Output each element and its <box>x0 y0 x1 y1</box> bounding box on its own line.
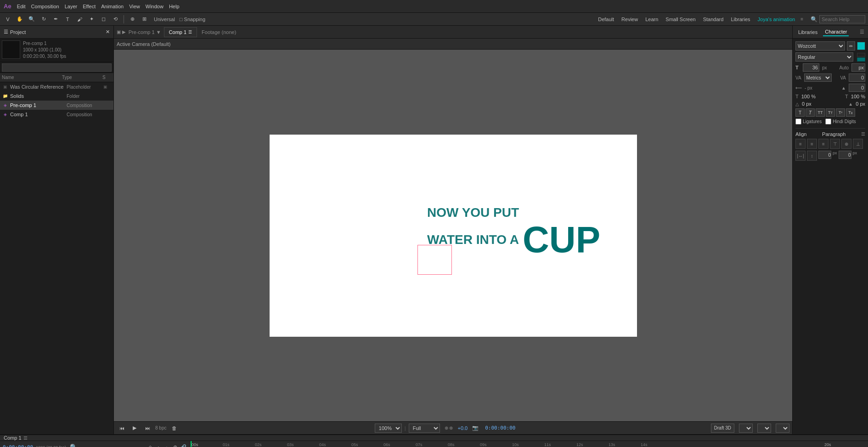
tool-text[interactable]: T <box>62 14 73 24</box>
timeline-timecode[interactable]: 0:00:00:00 <box>3 444 33 447</box>
layer-ctrl-1[interactable]: ◇ <box>146 443 154 447</box>
menu-animation[interactable]: Animation <box>101 4 124 9</box>
workspace-joya[interactable]: Joya's animation <box>756 16 797 23</box>
hindi-digits-checkbox[interactable] <box>825 119 831 124</box>
workspace-snapping[interactable]: □ Snapping <box>180 17 205 22</box>
size-icon: T <box>795 65 801 70</box>
align-top-btn[interactable]: ⊤ <box>830 139 840 149</box>
project-search-bar <box>0 62 113 73</box>
workspace-overflow[interactable]: ≡ <box>800 17 803 22</box>
panel-menu-icon[interactable]: ☰ <box>4 29 8 35</box>
offset-x-input[interactable] <box>818 151 831 159</box>
canvas-text: NOW YOU PUT WATER INTO A CUP <box>427 205 600 260</box>
workspace-universal[interactable]: Universal <box>154 17 175 22</box>
ligatures-checkbox[interactable] <box>795 119 801 124</box>
fmt-all-caps[interactable]: TT <box>816 108 825 117</box>
workspace-learn[interactable]: Learn <box>643 16 660 23</box>
tool-shape[interactable]: ◻ <box>98 14 108 24</box>
align-bottom-btn[interactable]: ⊥ <box>853 139 863 149</box>
tool-align[interactable]: ⊞ <box>139 14 149 24</box>
project-search-input[interactable] <box>2 63 112 72</box>
menu-effect[interactable]: Effect <box>83 4 96 9</box>
tracking-input[interactable] <box>849 74 865 82</box>
view-layout-select[interactable]: 1 View <box>776 424 789 433</box>
comp-tab-menu[interactable]: ☰ <box>188 30 192 34</box>
fmt-italic[interactable]: T <box>806 108 815 117</box>
tool-hand[interactable]: ✋ <box>15 14 25 24</box>
menu-view[interactable]: View <box>129 4 140 9</box>
project-item-comp1[interactable]: ◈ Comp 1 Composition <box>0 110 113 119</box>
layer-ctrl-3[interactable]: ↓ <box>163 443 171 447</box>
layer-ctrl-4[interactable]: ⊕ <box>171 443 179 447</box>
zoom-select[interactable]: 100% 50% 200% <box>375 424 402 433</box>
workspace-libraries[interactable]: Libraries <box>729 16 752 23</box>
tool-brush[interactable]: 🖌 <box>74 14 85 24</box>
menu-window[interactable]: Window <box>146 4 163 9</box>
project-item-solids[interactable]: 📁 Solids Folder <box>0 91 113 101</box>
project-item-precomp1[interactable]: ◈ Pre-comp 1 Composition <box>0 101 113 110</box>
viewer-timecode: 0:00:00:00 <box>485 425 515 431</box>
footage-tab[interactable]: Footage (none) <box>202 29 236 35</box>
text-color-swatch[interactable] <box>857 42 865 50</box>
tool-pen[interactable]: ✒ <box>51 14 61 24</box>
offset-y-input[interactable] <box>839 151 851 159</box>
tab-character[interactable]: Character <box>823 28 849 36</box>
playhead[interactable] <box>191 441 192 447</box>
hindi-digits-label: Hindi Digits <box>833 119 856 124</box>
align-left-btn[interactable]: ≡ <box>795 139 806 149</box>
global-search-input[interactable] <box>819 15 865 23</box>
align-right-btn[interactable]: ≡ <box>818 139 829 149</box>
viewer-btn-3[interactable]: ⏭ <box>142 423 152 433</box>
menu-edit[interactable]: Edit <box>17 4 26 9</box>
project-item-circular[interactable]: ▣ Was Circular Reference Placeholder ▣ <box>0 82 113 91</box>
tool-puppet[interactable]: ⟲ <box>110 14 120 24</box>
tool-snap[interactable]: ⊕ <box>127 14 137 24</box>
viewer-snapshot[interactable]: 📷 <box>470 423 480 433</box>
distribute-h-btn[interactable]: |↔| <box>795 151 806 161</box>
tool-rotate[interactable]: ↻ <box>39 14 49 24</box>
camera-select[interactable]: Active Camer... <box>757 424 771 433</box>
menu-help[interactable]: Help <box>169 4 180 9</box>
font-select[interactable]: Wozcott <box>795 41 845 51</box>
style-select[interactable]: Regular Bold Italic <box>795 52 853 62</box>
menu-layer[interactable]: Layer <box>65 4 78 9</box>
auto-leading-input[interactable] <box>851 63 865 72</box>
workspace-standard[interactable]: Standard <box>701 16 726 23</box>
layer-ctrl-2[interactable]: ↑ <box>154 443 163 447</box>
fmt-regular[interactable]: T <box>795 108 805 117</box>
workspace-default[interactable]: Default <box>596 16 616 23</box>
comp-menu-icon[interactable]: ☰ <box>23 436 28 441</box>
tool-clone[interactable]: ✦ <box>86 14 96 24</box>
renderer-select[interactable]: Classic 3D <box>739 424 753 433</box>
panel-close-icon[interactable]: ✕ <box>106 29 110 35</box>
align-options-icon[interactable]: ☰ <box>861 131 865 137</box>
distribute-v-btn[interactable]: ↕ <box>807 151 817 161</box>
comp-tab-precomp[interactable]: Pre-comp 1 ▼ <box>129 29 161 35</box>
kerning-select[interactable]: Metrics Optical <box>804 74 832 82</box>
viewer-draft-btn[interactable]: Draft 3D <box>711 424 734 433</box>
tool-zoom[interactable]: 🔍 <box>27 14 37 24</box>
align-center-v-btn[interactable]: ⊕ <box>841 139 851 149</box>
tab-libraries[interactable]: Libraries <box>796 28 819 36</box>
layer-ctrl-5[interactable]: 🔗 <box>179 443 187 447</box>
menu-composition[interactable]: Composition <box>31 4 59 9</box>
fmt-superscript[interactable]: T² <box>836 108 845 117</box>
fmt-subscript[interactable]: T₂ <box>846 108 855 117</box>
align-center-h-btn[interactable]: ≡ <box>807 139 817 149</box>
viewer-trash[interactable]: 🗑 <box>169 423 179 433</box>
font-pencil-btn[interactable]: ✏ <box>847 41 855 51</box>
panel-options-icon[interactable]: ☰ <box>860 29 864 35</box>
font-size-input[interactable] <box>803 63 819 72</box>
workspace-review[interactable]: Review <box>620 16 640 23</box>
placeholder-icon: ▣ <box>2 84 8 90</box>
tool-select[interactable]: V <box>3 14 13 24</box>
horiz-scale-value: 100 % <box>851 94 865 99</box>
fmt-small-caps[interactable]: TT <box>826 108 835 117</box>
quality-select[interactable]: Full Half Quarter <box>409 424 440 433</box>
viewer-btn-2[interactable]: ▶ <box>130 423 140 433</box>
workspace-smallscreen[interactable]: Small Screen <box>664 16 697 23</box>
search-btn[interactable]: 🔍 <box>70 444 78 447</box>
baseline-input[interactable] <box>849 84 865 92</box>
viewer-btn-1[interactable]: ⏮ <box>117 423 127 433</box>
comp-tab-comp1[interactable]: Comp 1 ☰ <box>164 27 197 37</box>
